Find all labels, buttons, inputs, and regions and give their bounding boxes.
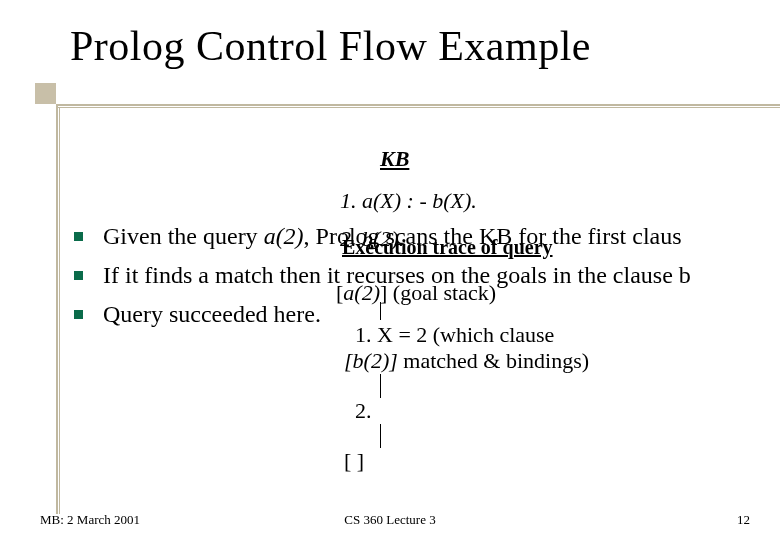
bullet-3: Query succeeded here. — [74, 300, 780, 329]
rule-top-inner — [58, 107, 780, 108]
bullet-marker-icon — [74, 271, 83, 280]
rule-top — [56, 104, 780, 106]
bullet-2: If it finds a match then it recurses on … — [74, 261, 780, 290]
bullet-2-text: If it finds a match then it recurses on … — [103, 261, 691, 290]
bullet-marker-icon — [74, 310, 83, 319]
trace-b2-bracket: [b(2)] — [344, 348, 398, 373]
bullet-list: Given the query a(2), Prolog scans the K… — [74, 222, 780, 338]
kb-heading: KB — [380, 146, 409, 172]
footer-center: CS 360 Lecture 3 — [0, 512, 780, 528]
slide: Prolog Control Flow Example KB 1. a(X) :… — [0, 0, 780, 540]
trace-empty: [ ] — [344, 448, 364, 474]
rule-left — [56, 104, 58, 514]
trace-connector-2 — [380, 374, 381, 398]
footer-page-number: 12 — [737, 512, 750, 528]
b1-pre: Given the query — [103, 223, 264, 249]
corner-block — [35, 83, 56, 104]
bullet-marker-icon — [74, 232, 83, 241]
bullet-3-text: Query succeeded here. — [103, 300, 321, 329]
bullet-1: Given the query a(2), Prolog scans the K… — [74, 222, 780, 251]
rule-left-inner — [59, 107, 60, 514]
trace-step-1b-note: matched & bindings) — [398, 348, 589, 373]
b1-query: a(2) — [264, 223, 304, 249]
bullet-1-text: Given the query a(2), Prolog scans the K… — [103, 222, 682, 251]
slide-title: Prolog Control Flow Example — [70, 22, 591, 70]
kb-rule-1: 1. a(X) : - b(X). — [340, 188, 477, 214]
trace-step-1b: [b(2)] matched & bindings) — [344, 348, 589, 374]
trace-step-2: 2. — [355, 398, 372, 424]
b1-post: , Prolog scans the KB for the first clau… — [304, 223, 682, 249]
trace-connector-3 — [380, 424, 381, 448]
